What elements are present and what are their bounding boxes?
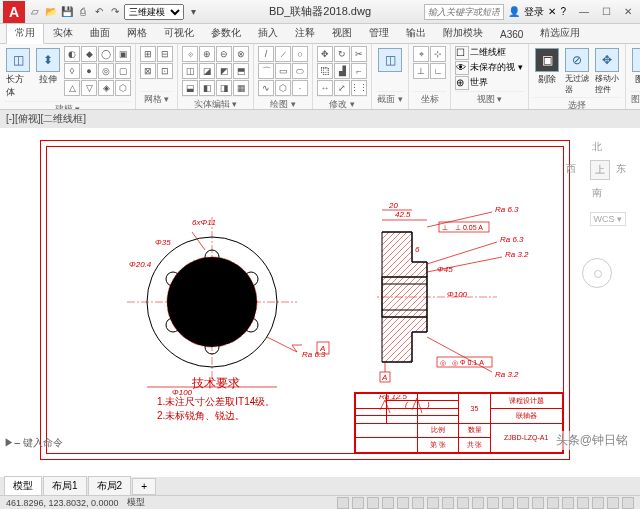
arc-icon[interactable]: ⌒ bbox=[258, 63, 274, 79]
tab-layout1[interactable]: 布局1 bbox=[43, 476, 87, 496]
tab-parametric[interactable]: 参数化 bbox=[203, 23, 249, 43]
tab-insert[interactable]: 插入 bbox=[250, 23, 286, 43]
fillet-icon[interactable]: ⌐ bbox=[351, 63, 367, 79]
new-icon[interactable]: ▱ bbox=[28, 5, 42, 19]
tool-icon[interactable]: ◨ bbox=[216, 80, 232, 96]
close-button[interactable]: ✕ bbox=[620, 6, 636, 17]
saved-view-dd[interactable]: 未保存的视 ▾ bbox=[470, 61, 523, 75]
panel-title[interactable]: 修改 ▾ bbox=[317, 96, 367, 110]
tab-view[interactable]: 视图 bbox=[324, 23, 360, 43]
lweight-toggle[interactable] bbox=[427, 497, 439, 509]
nav-wheel[interactable] bbox=[582, 258, 612, 288]
tool-icon[interactable]: △ bbox=[64, 80, 80, 96]
section-button[interactable]: ◫ bbox=[376, 46, 404, 74]
annoscale-toggle[interactable] bbox=[532, 497, 544, 509]
filter-button[interactable]: ⊘无过滤器 bbox=[563, 46, 591, 97]
tool-icon[interactable]: ⬭ bbox=[292, 63, 308, 79]
line-icon[interactable]: / bbox=[258, 46, 274, 62]
trim-icon[interactable]: ✂ bbox=[351, 46, 367, 62]
gizmo-toggle[interactable] bbox=[517, 497, 529, 509]
polyline-icon[interactable]: ⟋ bbox=[275, 46, 291, 62]
wcs-indicator[interactable]: WCS ▾ bbox=[590, 212, 627, 226]
tool-icon[interactable]: ◫ bbox=[182, 63, 198, 79]
rect-icon[interactable]: ▭ bbox=[275, 63, 291, 79]
box-button[interactable]: ◫长方体 bbox=[4, 46, 32, 101]
tool-icon[interactable]: ▣ bbox=[115, 46, 131, 62]
tool-icon[interactable]: ⟐ bbox=[182, 46, 198, 62]
vs-icon[interactable]: ☐ bbox=[455, 46, 469, 60]
panel-title[interactable]: 选择 bbox=[533, 97, 621, 110]
tool-icon[interactable]: ● bbox=[81, 63, 97, 79]
undo-icon[interactable]: ↶ bbox=[92, 5, 106, 19]
tool-icon[interactable]: ⊞ bbox=[140, 46, 156, 62]
tab-home[interactable]: 常用 bbox=[6, 22, 44, 44]
visual-style-dd[interactable]: 二维线框 bbox=[470, 46, 506, 60]
panel-title[interactable]: 坐标 bbox=[413, 91, 446, 107]
cull-button[interactable]: ▣剔除 bbox=[533, 46, 561, 88]
ortho-toggle[interactable] bbox=[367, 497, 379, 509]
snap-toggle[interactable] bbox=[352, 497, 364, 509]
tool-icon[interactable]: ⌖ bbox=[413, 46, 429, 62]
tool-icon[interactable]: ◈ bbox=[98, 80, 114, 96]
polar-toggle[interactable] bbox=[382, 497, 394, 509]
panel-title[interactable]: 图层 ▾ bbox=[630, 91, 640, 107]
help-icon[interactable]: ? bbox=[560, 6, 566, 17]
filter-toggle[interactable] bbox=[502, 497, 514, 509]
ucs-dd[interactable]: 世界 bbox=[470, 76, 488, 90]
hardware-toggle[interactable] bbox=[592, 497, 604, 509]
tab-surface[interactable]: 曲面 bbox=[82, 23, 118, 43]
tab-manage[interactable]: 管理 bbox=[361, 23, 397, 43]
stretch-icon[interactable]: ↔ bbox=[317, 80, 333, 96]
login-link[interactable]: 登录 bbox=[524, 5, 544, 19]
isolate-toggle[interactable] bbox=[577, 497, 589, 509]
command-line[interactable]: ▶‒ 键入命令 bbox=[4, 436, 63, 450]
ucs-icon[interactable]: ⊕ bbox=[455, 76, 469, 90]
scale-icon[interactable]: ⤢ bbox=[334, 80, 350, 96]
tool-icon[interactable]: ⊹ bbox=[430, 46, 446, 62]
panel-title[interactable]: 截面 ▾ bbox=[376, 91, 404, 107]
panel-title[interactable]: 绘图 ▾ bbox=[258, 96, 308, 110]
maximize-button[interactable]: ☐ bbox=[598, 6, 614, 17]
tab-mesh[interactable]: 网格 bbox=[119, 23, 155, 43]
tool-icon[interactable]: ⊡ bbox=[157, 63, 173, 79]
tab-visualize[interactable]: 可视化 bbox=[156, 23, 202, 43]
tab-featured[interactable]: 精选应用 bbox=[532, 23, 588, 43]
tool-icon[interactable]: ⬒ bbox=[233, 63, 249, 79]
user-icon[interactable]: 👤 bbox=[508, 6, 520, 17]
custom-toggle[interactable] bbox=[622, 497, 634, 509]
layers-button[interactable]: ≣图层 bbox=[630, 46, 640, 88]
panel-title[interactable]: 建模 ▾ bbox=[4, 101, 131, 110]
osnap-toggle[interactable] bbox=[397, 497, 409, 509]
panel-title[interactable]: 实体编辑 ▾ bbox=[182, 96, 249, 110]
tool-icon[interactable]: ◊ bbox=[64, 63, 80, 79]
copy-icon[interactable]: ⿻ bbox=[317, 63, 333, 79]
saveas-icon[interactable]: ⎙ bbox=[76, 5, 90, 19]
qat-more-icon[interactable]: ▾ bbox=[186, 5, 200, 19]
clean-toggle[interactable] bbox=[607, 497, 619, 509]
tool-icon[interactable]: ◯ bbox=[98, 46, 114, 62]
tool-icon[interactable]: ⊖ bbox=[216, 46, 232, 62]
tab-layout2[interactable]: 布局2 bbox=[88, 476, 132, 496]
tool-icon[interactable]: ∟ bbox=[430, 63, 446, 79]
tool-icon[interactable]: ◪ bbox=[199, 63, 215, 79]
tool-icon[interactable]: ◩ bbox=[216, 63, 232, 79]
viewport-label[interactable]: [-][俯视][二维线框] bbox=[0, 110, 640, 128]
space-mode[interactable]: 模型 bbox=[127, 496, 145, 509]
cycling-toggle[interactable] bbox=[457, 497, 469, 509]
tool-icon[interactable]: ▽ bbox=[81, 80, 97, 96]
exchange-icon[interactable]: ✕ bbox=[548, 6, 556, 17]
gizmo-button[interactable]: ✥移动小控件 bbox=[593, 46, 621, 97]
drawing-canvas[interactable]: 6xΦ11 Φ35 Φ20.4 Φ100 Ra 6.3 A bbox=[0, 128, 640, 484]
tool-icon[interactable]: ▦ bbox=[233, 80, 249, 96]
tool-icon[interactable]: ⬡ bbox=[115, 80, 131, 96]
view-cube[interactable]: 北 南 西 东 上 bbox=[570, 142, 626, 198]
tab-a360[interactable]: A360 bbox=[492, 26, 531, 43]
grid-toggle[interactable] bbox=[337, 497, 349, 509]
view-icon[interactable]: 👁 bbox=[455, 61, 469, 75]
tool-icon[interactable]: ◆ bbox=[81, 46, 97, 62]
tool-icon[interactable]: · bbox=[292, 80, 308, 96]
mirror-icon[interactable]: ▟ bbox=[334, 63, 350, 79]
array-icon[interactable]: ⋮⋮ bbox=[351, 80, 367, 96]
tab-annotate[interactable]: 注释 bbox=[287, 23, 323, 43]
rotate-icon[interactable]: ↻ bbox=[334, 46, 350, 62]
